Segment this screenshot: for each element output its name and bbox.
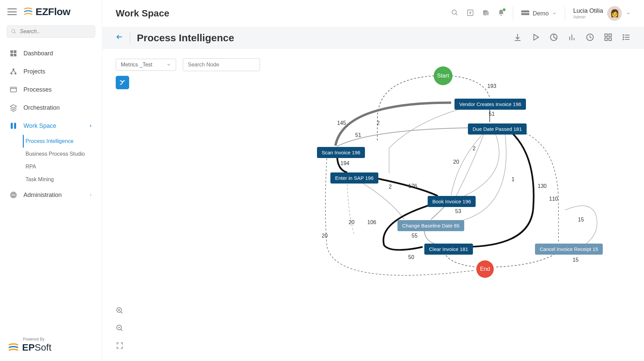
arrow-left-icon: [116, 33, 123, 41]
edge-label: 51: [355, 132, 362, 138]
nav-workspace[interactable]: Work Space: [0, 117, 102, 135]
search-icon: [451, 9, 459, 16]
topbar-notifications-button[interactable]: [497, 9, 505, 18]
nav-label: Processes: [23, 86, 52, 93]
user-name: Lucia Otilia: [573, 7, 603, 14]
sidebar-search[interactable]: [7, 25, 95, 38]
svg-point-18: [14, 195, 15, 196]
clock-icon: [586, 33, 594, 42]
node-end[interactable]: End: [476, 260, 494, 278]
edge-label: 20: [348, 219, 355, 225]
powered-label: Powered By: [23, 337, 95, 342]
epsoft-text: EPSoft: [22, 342, 51, 353]
svg-point-39: [623, 35, 624, 35]
metric-select-value: Metrics _Test: [121, 62, 152, 68]
node-clear-invoice[interactable]: Clear Invoice 181: [424, 244, 473, 255]
node-vendor-creates-invoice[interactable]: Vendor Creates Invoice 196: [454, 99, 526, 110]
svg-rect-3: [14, 50, 16, 53]
zoom-in-button[interactable]: [116, 307, 124, 316]
edge-label: 176: [408, 183, 418, 189]
edge-label: 15: [572, 257, 579, 263]
list-icon: [622, 33, 631, 42]
svg-point-24: [500, 15, 502, 16]
edge-label: 130: [537, 183, 547, 189]
nav-label: Projects: [23, 68, 45, 75]
edge-label: 20: [321, 233, 328, 239]
svg-line-20: [456, 14, 458, 15]
topbar-add-button[interactable]: [467, 9, 474, 18]
clock-button[interactable]: [586, 33, 594, 43]
node-scan-invoice[interactable]: Scan Invoice 196: [317, 147, 365, 158]
edge-label: 55: [411, 233, 418, 239]
node-book-invoice[interactable]: Book Invoice 196: [428, 196, 476, 207]
zoom-out-button[interactable]: [116, 324, 124, 333]
node-cancel-invoice[interactable]: Cancel Invoice Receipt 15: [535, 244, 603, 255]
tenant-label: Demo: [533, 10, 549, 17]
branch-tool-button[interactable]: [116, 76, 129, 89]
list-button[interactable]: [622, 33, 631, 43]
tenant-selector[interactable]: Demo: [521, 10, 557, 17]
svg-rect-35: [609, 38, 611, 41]
node-start[interactable]: Start: [434, 66, 452, 85]
user-role: Admin: [573, 14, 603, 19]
svg-rect-11: [10, 87, 16, 92]
svg-line-43: [121, 312, 122, 313]
svg-rect-14: [14, 123, 16, 129]
subnav-bps[interactable]: Business Process Studio: [16, 148, 102, 160]
branch-icon: [119, 79, 126, 86]
topbar: Work Space Demo Lucia Otilia Admin: [102, 0, 644, 27]
divider: [565, 7, 565, 20]
nav-label: Dashboard: [23, 50, 53, 57]
subheader-title: Process Intelligence: [137, 32, 234, 44]
subnav-process-intelligence[interactable]: Process Intelligence: [16, 135, 102, 148]
topbar-chat-button[interactable]: [482, 9, 489, 18]
zoom-in-icon: [116, 307, 124, 315]
chevron-down-icon: [552, 11, 557, 16]
edge-label: 20: [452, 159, 460, 165]
user-menu[interactable]: Lucia Otilia Admin 👩: [573, 6, 631, 21]
subnav-rpa[interactable]: RPA: [16, 160, 102, 173]
subnav-task-mining[interactable]: Task Mining: [16, 173, 102, 186]
back-button[interactable]: [116, 33, 123, 43]
edge-label: 110: [548, 196, 559, 202]
fullscreen-icon: [116, 342, 124, 350]
play-button[interactable]: [531, 33, 540, 43]
admin-icon: [9, 191, 17, 199]
nav-dashboard[interactable]: Dashboard: [0, 44, 102, 62]
nav-administration[interactable]: Administration: [0, 186, 102, 204]
dashboard-icon: [9, 49, 17, 57]
process-graph[interactable]: Start Vendor Creates Invoice 196 Due Dat…: [203, 59, 605, 321]
grid-button[interactable]: [604, 33, 612, 43]
nav-processes[interactable]: Processes: [0, 81, 102, 99]
node-enter-sap[interactable]: Enter in SAP 196: [330, 172, 378, 184]
orchestration-icon: [9, 104, 17, 112]
nav-projects[interactable]: Projects: [0, 62, 102, 81]
node-due-date-passed[interactable]: Due Date Passed 181: [468, 123, 527, 135]
grid-icon: [604, 33, 612, 42]
download-icon: [513, 33, 522, 42]
edge-label: 1: [511, 176, 515, 183]
svg-rect-32: [605, 34, 607, 37]
svg-line-10: [13, 70, 15, 72]
pie-icon: [549, 33, 558, 42]
edge-label: 51: [488, 111, 495, 117]
fullscreen-button[interactable]: [116, 342, 124, 351]
bar-chart-button[interactable]: [568, 33, 576, 43]
ezflow-logo-icon: [23, 6, 34, 17]
search-icon: [11, 29, 16, 35]
edge-label: 2: [388, 184, 392, 190]
sidebar-search-input[interactable]: [20, 29, 91, 35]
svg-point-17: [13, 195, 14, 196]
node-change-baseline[interactable]: Change Baseline Date 65: [397, 220, 464, 231]
svg-rect-33: [609, 34, 611, 37]
page-title: Work Space: [116, 8, 169, 19]
pie-button[interactable]: [549, 33, 558, 43]
menu-toggle-button[interactable]: [7, 8, 17, 15]
logo-text: EZFlow: [36, 6, 70, 17]
metric-select[interactable]: Metrics _Test: [116, 59, 176, 71]
svg-rect-4: [10, 54, 13, 56]
download-button[interactable]: [513, 33, 522, 43]
app-logo: EZFlow: [23, 6, 70, 17]
topbar-search-button[interactable]: [451, 9, 459, 18]
nav-orchestration[interactable]: Orchestration: [0, 99, 102, 117]
